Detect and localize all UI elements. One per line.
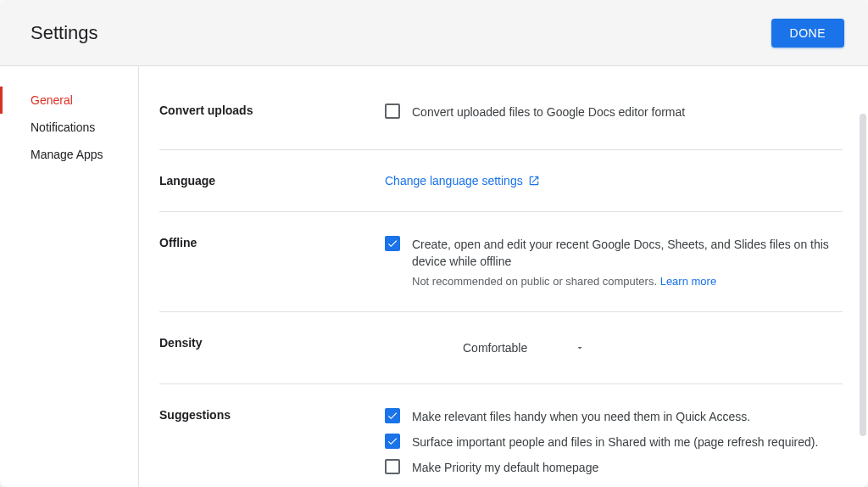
section-label: Convert uploads <box>159 104 385 126</box>
sidebar-item-notifications[interactable]: Notifications <box>0 114 138 141</box>
open-in-new-icon <box>528 175 540 187</box>
offline-learn-more-link[interactable]: Learn more <box>660 275 716 288</box>
offline-note-prefix: Not recommended on public or shared comp… <box>412 275 660 288</box>
link-text: Change language settings <box>385 174 523 188</box>
convert-uploads-row: Convert uploaded files to Google Docs ed… <box>385 104 843 120</box>
suggestion-shared-checkbox[interactable] <box>385 434 400 449</box>
section-suggestions: Suggestions Make relevant files handy wh… <box>159 384 843 487</box>
sidebar-item-general[interactable]: General <box>0 87 138 114</box>
settings-content[interactable]: Convert uploads Convert uploaded files t… <box>139 66 868 487</box>
check-icon <box>387 410 398 422</box>
content-scrollbar[interactable] <box>860 114 866 436</box>
modal-header: Settings DONE <box>0 0 868 66</box>
suggestion-quick-access-checkbox[interactable] <box>385 408 400 423</box>
check-icon <box>387 238 398 249</box>
offline-text: Create, open and edit your recent Google… <box>412 236 843 270</box>
section-label: Density <box>159 336 385 360</box>
modal-title: Settings <box>31 22 98 44</box>
section-density: Density Comfortable <box>159 312 843 384</box>
offline-row: Create, open and edit your recent Google… <box>385 236 843 270</box>
suggestion-priority-row: Make Priority my default homepage <box>385 459 843 476</box>
suggestion-shared-text: Surface important people and files in Sh… <box>412 434 818 451</box>
offline-note: Not recommended on public or shared comp… <box>412 275 843 288</box>
section-convert-uploads: Convert uploads Convert uploaded files t… <box>159 66 843 150</box>
density-select[interactable]: Comfortable <box>456 336 592 360</box>
suggestion-shared-row: Surface important people and files in Sh… <box>385 434 843 451</box>
section-language: Language Change language settings <box>159 150 843 212</box>
change-language-link[interactable]: Change language settings <box>385 174 540 188</box>
section-offline: Offline Create, open and edit your recen… <box>159 212 843 312</box>
sidebar-item-manage-apps[interactable]: Manage Apps <box>0 141 138 168</box>
section-label: Offline <box>159 236 385 288</box>
offline-checkbox[interactable] <box>385 236 400 251</box>
density-value: Comfortable <box>463 341 527 355</box>
suggestion-priority-checkbox[interactable] <box>385 459 400 474</box>
section-label: Suggestions <box>159 408 385 481</box>
convert-uploads-text: Convert uploaded files to Google Docs ed… <box>412 104 685 120</box>
done-button[interactable]: DONE <box>771 19 844 48</box>
suggestion-priority-text: Make Priority my default homepage <box>412 459 598 476</box>
section-label: Language <box>159 174 385 188</box>
chevron-down-icon <box>575 343 585 353</box>
convert-uploads-checkbox[interactable] <box>385 104 400 119</box>
settings-sidebar: General Notifications Manage Apps <box>0 66 139 487</box>
check-icon <box>387 435 398 447</box>
suggestion-quick-access-text: Make relevant files handy when you need … <box>412 408 750 425</box>
suggestion-quick-access-row: Make relevant files handy when you need … <box>385 408 843 425</box>
settings-modal: Settings DONE General Notifications Mana… <box>0 0 868 487</box>
modal-body: General Notifications Manage Apps Conver… <box>0 66 868 487</box>
